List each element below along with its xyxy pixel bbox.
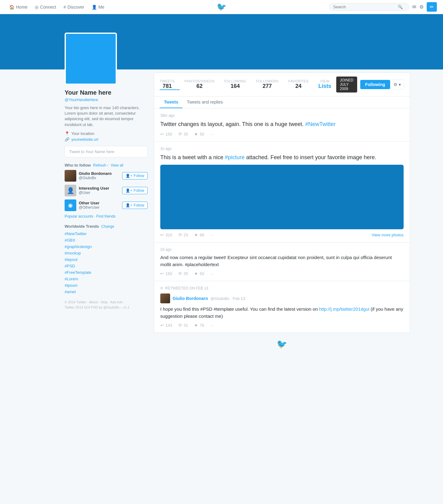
favorite-icon-3: ★ [194, 271, 198, 276]
stat-tweets-value: 781 [160, 83, 175, 89]
tweet-3-retweet[interactable]: ⟳ 35 [178, 271, 188, 276]
search-bar[interactable]: 🔍 [329, 3, 409, 11]
trend-item: #graphicdesign [65, 244, 148, 249]
tweet-2-reply[interactable]: ↩ 310 [160, 232, 172, 237]
nav-me-label: Me [98, 5, 104, 10]
retweet-label: RETWEETED ON FEB 13 [165, 286, 208, 290]
tweet-4-link[interactable]: http://j.mp/twitter2014gui [319, 306, 369, 312]
tweet-4-reply[interactable]: ↩ 143 [160, 323, 172, 328]
tweet-2-favorite[interactable]: ★ 89 [194, 232, 204, 237]
tweet-2-more[interactable]: ··· [210, 233, 214, 237]
tweet-3-text: And now comes a regular tweet! Excepteur… [160, 254, 404, 268]
stat-view[interactable]: VIEW Lists [313, 79, 336, 90]
trend-item: #mockup [65, 250, 148, 255]
follow-username-1: Giulio Bordonaro [79, 171, 112, 176]
trend-item: #NewTwitter [65, 231, 148, 236]
trend-link[interactable]: #NewTwitter [65, 231, 87, 236]
stat-photos[interactable]: PHOTOS/VIDEOS 62 [180, 79, 219, 90]
tweet-4-retweet: ⟳ RETWEETED ON FEB 13 Giulio Bordonaro @… [154, 281, 410, 333]
tweet-2-hashtag-picture[interactable]: #picture [225, 154, 245, 160]
tab-tweets-replies[interactable]: Tweets and replies [182, 96, 227, 108]
trend-link[interactable]: #amet [65, 289, 76, 294]
find-friends-link[interactable]: Find friends [96, 214, 116, 219]
reply-icon-2: ↩ [160, 232, 164, 237]
profile-handle[interactable]: @YourHandleHere [65, 97, 148, 102]
following-button[interactable]: Following [360, 80, 390, 89]
more-icon-2: ··· [210, 233, 214, 237]
nav-center: 🐦 [217, 2, 226, 12]
trends-title: Worldwide Trends Change [65, 224, 148, 229]
trend-link[interactable]: #PSD [65, 264, 75, 268]
tweet-4-retweet[interactable]: ⟳ 31 [178, 323, 188, 328]
trend-item: #PSD [65, 263, 148, 268]
footer-credit: Twitter 2014 GUI PSD by @GiulioBx – v1.1 [65, 305, 148, 310]
tweet-2-likes: 310 [166, 233, 172, 237]
tweet-1-favorite[interactable]: ★ 50 [194, 132, 204, 136]
follow-button-2[interactable]: 👤+ Follow [122, 187, 148, 194]
trends-change-link[interactable]: Change [101, 224, 114, 229]
tab-tweets[interactable]: Tweets [160, 96, 182, 108]
retweet-author-name[interactable]: Giulio Bordonaro [173, 296, 208, 301]
sidebar: Your Name here @YourHandleHere Your bio … [65, 33, 154, 355]
trend-item: #layout [65, 257, 148, 262]
trend-link[interactable]: #layout [65, 257, 78, 262]
tweet-3-hashtag[interactable]: #placeholdertext [185, 262, 219, 267]
compose-button[interactable]: ✏ [427, 2, 437, 12]
who-to-follow-view-all[interactable]: View all [111, 163, 123, 167]
settings-icon[interactable]: ⚙ [419, 4, 424, 10]
tweet-4-actions: ↩ 143 ⟳ 31 ★ 76 ··· [160, 323, 404, 328]
popular-accounts-link[interactable]: Popular accounts [65, 214, 93, 219]
retweet-small-icon: ⟳ [160, 286, 163, 290]
tweet-2-retweet[interactable]: ⟳ 23 [178, 232, 188, 237]
trend-link[interactable]: #graphicdesign [65, 244, 92, 249]
gear-dropdown-button[interactable]: ⚙ ▾ [390, 80, 404, 89]
tweet-1-more[interactable]: ··· [210, 132, 214, 136]
avatar [65, 33, 117, 85]
tweet-1: 38m ago Twitter changes its layout, agai… [154, 108, 410, 142]
tweet-4-more[interactable]: ··· [210, 323, 214, 328]
stat-following[interactable]: FOLLOWING 164 [219, 79, 251, 90]
nav-discover[interactable]: # Discover [61, 3, 87, 11]
tweet-4-retweets: 31 [184, 323, 188, 328]
reply-icon: ↩ [160, 132, 164, 136]
nav-me[interactable]: 👤 Me [89, 3, 107, 11]
stat-following-value: 164 [224, 83, 246, 89]
tweet-4-likes: 143 [166, 323, 172, 328]
tweet-1-hashtag[interactable]: #NewTwitter [305, 121, 336, 127]
search-input[interactable] [333, 5, 398, 9]
tweet-3-favorite[interactable]: ★ 50 [194, 271, 204, 276]
follow-button-1[interactable]: 👤+ Follow [122, 172, 148, 179]
view-more-photos-link[interactable]: View more photos [372, 233, 404, 237]
tweet-3-reply[interactable]: ↩ 150 [160, 271, 172, 276]
follow-avatar-3: ◉ [65, 199, 76, 211]
stat-favorites[interactable]: FAVORITES 24 [283, 79, 313, 90]
search-icon: 🔍 [398, 5, 403, 9]
tweet-1-retweet[interactable]: ⟳ 35 [178, 132, 188, 136]
nav-right: 🔍 ✉ ⚙ ✏ [329, 2, 437, 12]
link-icon: 🔗 [65, 137, 70, 142]
stat-tweets[interactable]: TWEETS 781 [160, 79, 180, 90]
tweet-input-box[interactable]: Tweet to Your Name here [65, 146, 148, 157]
profile-website-link[interactable]: yourwebsite.url [71, 137, 98, 142]
tweet-1-reply[interactable]: ↩ 150 [160, 132, 172, 136]
main-container: Your Name here @YourHandleHere Your bio … [62, 69, 381, 355]
nav-home[interactable]: 🏠 Home [6, 3, 30, 11]
tweet-1-text: Twitter changes its layout, again. This … [160, 120, 404, 128]
tweet-1-retweets: 35 [184, 132, 188, 136]
mail-icon[interactable]: ✉ [412, 4, 416, 10]
main-content: TWEETS 781 PHOTOS/VIDEOS 62 FOLLOWING 16… [154, 69, 410, 355]
trend-link[interactable]: #ipsum [65, 283, 78, 288]
tweet-1-actions: ↩ 150 ⟳ 35 ★ 50 ··· [160, 132, 404, 136]
stats-bar: TWEETS 781 PHOTOS/VIDEOS 62 FOLLOWING 16… [154, 73, 410, 96]
tweet-4-favorite[interactable]: ★ 76 [194, 323, 204, 328]
follow-button-3[interactable]: 👤+ Follow [122, 202, 148, 209]
who-to-follow-refresh[interactable]: Refresh [93, 163, 106, 167]
stat-followers[interactable]: FOLLOWERS 277 [251, 79, 284, 90]
trend-link[interactable]: #mockup [65, 251, 81, 255]
trend-link[interactable]: #Lorem [65, 277, 78, 281]
tweet-3-more[interactable]: ··· [210, 271, 214, 276]
trend-link[interactable]: #GBX [65, 238, 75, 242]
nav-connect[interactable]: ◎ Connect [32, 3, 59, 11]
trend-link[interactable]: #FreeTemplate [65, 270, 91, 275]
retweet-icon-3: ⟳ [178, 271, 182, 276]
